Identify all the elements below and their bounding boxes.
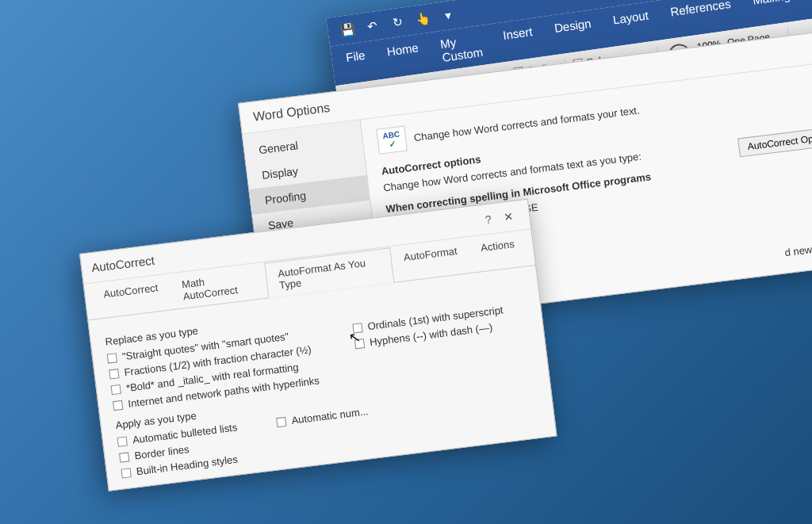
checkbox-icon (121, 468, 131, 478)
save-icon[interactable]: 💾 (339, 21, 355, 37)
checkbox-icon (119, 452, 129, 462)
tab-design[interactable]: Design (542, 9, 606, 56)
qat-more-icon[interactable]: ▾ (440, 7, 456, 23)
autocorrect-dialog: AutoCorrect ? ✕ AutoCorrect Math AutoCor… (79, 199, 557, 491)
checkbox-icon (113, 400, 123, 410)
tab-home[interactable]: Home (374, 33, 433, 79)
checkbox-icon (107, 353, 117, 363)
border-label: Border lines (134, 443, 190, 461)
checkbox-icon (111, 384, 121, 394)
help-icon[interactable]: ? (478, 212, 499, 227)
abc-check-icon: ABC✓ (376, 126, 408, 155)
undo-icon[interactable]: ↶ (365, 18, 381, 34)
tab-insert[interactable]: Insert (490, 17, 547, 63)
checkbox-icon (109, 369, 119, 379)
checkbox-icon (352, 323, 362, 333)
redo-icon[interactable]: ↻ (390, 14, 406, 30)
tab-layout[interactable]: Layout (600, 1, 663, 48)
tab-actions[interactable]: Actions (467, 230, 529, 273)
tab-file[interactable]: File (333, 40, 380, 86)
checkbox-icon (276, 416, 286, 426)
checkbox-icon (354, 338, 365, 349)
close-icon[interactable]: ✕ (496, 209, 520, 224)
autocorrect-title: AutoCorrect (90, 254, 155, 275)
touch-mode-icon[interactable]: 👆 (415, 11, 431, 27)
checkbox-icon (117, 436, 128, 446)
